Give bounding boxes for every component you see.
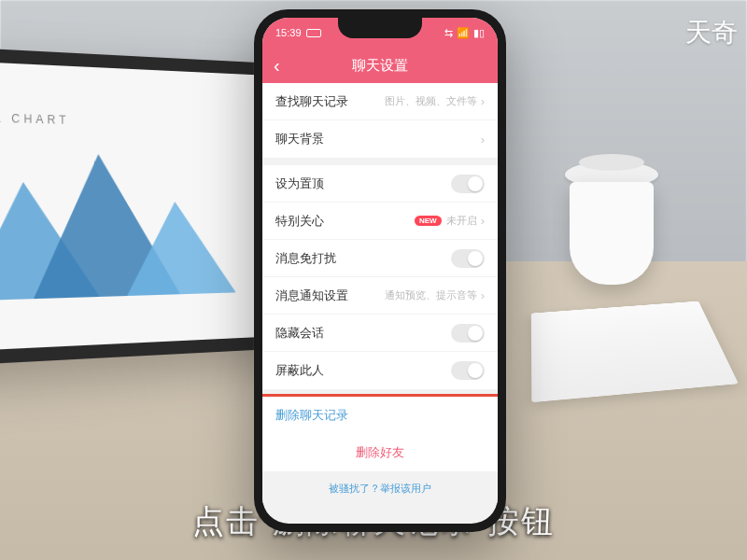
row-label: 查找聊天记录 (275, 93, 385, 110)
page-title: 聊天设置 (262, 57, 498, 75)
toggle-switch[interactable] (451, 324, 485, 343)
row-hide-conversation[interactable]: 隐藏会话 (262, 315, 498, 352)
row-block-person[interactable]: 屏蔽此人 (262, 352, 498, 389)
row-delete-chat-history[interactable]: 删除聊天记录 (262, 397, 498, 434)
phone-notch (338, 18, 422, 38)
chevron-right-icon: › (481, 288, 485, 302)
chevron-right-icon: › (481, 133, 485, 147)
chevron-right-icon: › (481, 214, 485, 228)
row-search-history[interactable]: 查找聊天记录 图片、视频、文件等 › (262, 83, 498, 120)
link-label: 被骚扰了？举报该用户 (329, 482, 431, 496)
row-label: 删除聊天记录 (275, 407, 485, 424)
report-user-link[interactable]: 被骚扰了？举报该用户 (262, 471, 498, 505)
chevron-right-icon: › (481, 94, 485, 108)
status-time: 15:39 (275, 27, 302, 38)
row-label: 屏蔽此人 (275, 362, 451, 379)
action-label: 删除好友 (356, 444, 404, 461)
row-notification-settings[interactable]: 消息通知设置 通知预览、提示音等 › (262, 277, 498, 315)
battery-icon: ▮▯ (473, 27, 485, 39)
toggle-switch[interactable] (451, 175, 485, 193)
row-label: 消息通知设置 (275, 287, 385, 304)
new-badge: NEW (415, 216, 442, 226)
app-header: ‹ 聊天设置 (262, 48, 498, 83)
back-button[interactable]: ‹ (274, 56, 280, 75)
row-label: 设为置顶 (275, 175, 451, 192)
row-pin-top[interactable]: 设为置顶 (262, 165, 498, 203)
signal-icon: 📶 (457, 27, 470, 39)
row-chat-background[interactable]: 聊天背景 › (262, 120, 498, 158)
highlighted-section: 删除聊天记录 (262, 394, 498, 437)
row-label: 特别关心 (275, 213, 415, 230)
coffee-cup (560, 154, 663, 285)
toggle-switch[interactable] (451, 249, 485, 268)
row-sub: 通知预览、提示音等 (385, 288, 477, 302)
row-do-not-disturb[interactable]: 消息免打扰 (262, 240, 498, 277)
row-label: 消息免打扰 (275, 250, 451, 267)
phone-frame: 15:39 ⇆ 📶 ▮▯ ‹ 聊天设置 查找聊天记录 图片、视频、文件等 › (254, 9, 506, 532)
watermark-text: 天奇 (685, 15, 738, 50)
toggle-switch[interactable] (451, 361, 485, 380)
row-special-care[interactable]: 特别关心 NEW 未开启 › (262, 203, 498, 240)
wifi-icon: ⇆ (444, 27, 453, 39)
row-label: 隐藏会话 (275, 325, 451, 342)
record-icon (306, 29, 321, 37)
delete-friend-button[interactable]: 删除好友 (262, 434, 498, 471)
row-label: 聊天背景 (275, 131, 481, 147)
row-sub: 图片、视频、文件等 (385, 94, 477, 108)
row-sub: 未开启 (446, 214, 477, 228)
